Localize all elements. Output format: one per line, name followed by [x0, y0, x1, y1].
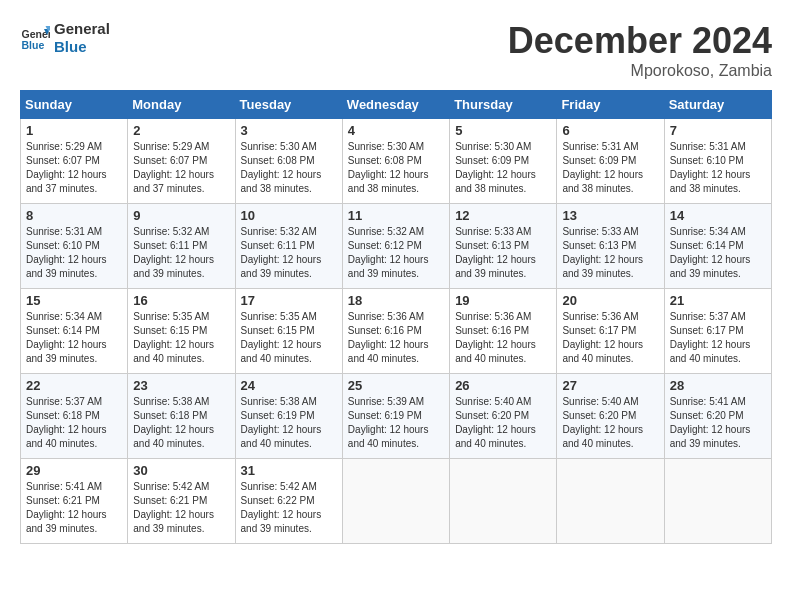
day-number: 8	[26, 208, 122, 223]
calendar-week-row: 29 Sunrise: 5:41 AMSunset: 6:21 PMDaylig…	[21, 459, 772, 544]
day-info: Sunrise: 5:38 AMSunset: 6:18 PMDaylight:…	[133, 395, 229, 451]
logo-icon: General Blue	[20, 23, 50, 53]
calendar-cell: 23 Sunrise: 5:38 AMSunset: 6:18 PMDaylig…	[128, 374, 235, 459]
calendar-cell: 3 Sunrise: 5:30 AMSunset: 6:08 PMDayligh…	[235, 119, 342, 204]
day-number: 26	[455, 378, 551, 393]
calendar-cell: 1 Sunrise: 5:29 AMSunset: 6:07 PMDayligh…	[21, 119, 128, 204]
day-number: 6	[562, 123, 658, 138]
calendar-cell: 8 Sunrise: 5:31 AMSunset: 6:10 PMDayligh…	[21, 204, 128, 289]
day-info: Sunrise: 5:41 AMSunset: 6:20 PMDaylight:…	[670, 395, 766, 451]
calendar-cell: 4 Sunrise: 5:30 AMSunset: 6:08 PMDayligh…	[342, 119, 449, 204]
col-header-sunday: Sunday	[21, 91, 128, 119]
calendar-cell: 13 Sunrise: 5:33 AMSunset: 6:13 PMDaylig…	[557, 204, 664, 289]
day-number: 30	[133, 463, 229, 478]
calendar-week-row: 1 Sunrise: 5:29 AMSunset: 6:07 PMDayligh…	[21, 119, 772, 204]
calendar-cell: 27 Sunrise: 5:40 AMSunset: 6:20 PMDaylig…	[557, 374, 664, 459]
day-number: 24	[241, 378, 337, 393]
calendar-cell: 28 Sunrise: 5:41 AMSunset: 6:20 PMDaylig…	[664, 374, 771, 459]
day-info: Sunrise: 5:33 AMSunset: 6:13 PMDaylight:…	[455, 225, 551, 281]
day-info: Sunrise: 5:36 AMSunset: 6:16 PMDaylight:…	[348, 310, 444, 366]
day-number: 10	[241, 208, 337, 223]
calendar-cell: 24 Sunrise: 5:38 AMSunset: 6:19 PMDaylig…	[235, 374, 342, 459]
logo: General Blue General Blue	[20, 20, 110, 56]
calendar-cell: 17 Sunrise: 5:35 AMSunset: 6:15 PMDaylig…	[235, 289, 342, 374]
day-info: Sunrise: 5:35 AMSunset: 6:15 PMDaylight:…	[133, 310, 229, 366]
calendar-cell: 6 Sunrise: 5:31 AMSunset: 6:09 PMDayligh…	[557, 119, 664, 204]
svg-text:Blue: Blue	[22, 39, 45, 51]
day-info: Sunrise: 5:32 AMSunset: 6:11 PMDaylight:…	[133, 225, 229, 281]
calendar-cell: 18 Sunrise: 5:36 AMSunset: 6:16 PMDaylig…	[342, 289, 449, 374]
calendar-cell: 5 Sunrise: 5:30 AMSunset: 6:09 PMDayligh…	[450, 119, 557, 204]
day-number: 22	[26, 378, 122, 393]
calendar-cell: 21 Sunrise: 5:37 AMSunset: 6:17 PMDaylig…	[664, 289, 771, 374]
calendar-cell: 20 Sunrise: 5:36 AMSunset: 6:17 PMDaylig…	[557, 289, 664, 374]
day-number: 11	[348, 208, 444, 223]
calendar-cell: 22 Sunrise: 5:37 AMSunset: 6:18 PMDaylig…	[21, 374, 128, 459]
calendar-cell: 31 Sunrise: 5:42 AMSunset: 6:22 PMDaylig…	[235, 459, 342, 544]
calendar-cell: 12 Sunrise: 5:33 AMSunset: 6:13 PMDaylig…	[450, 204, 557, 289]
calendar-cell	[664, 459, 771, 544]
logo-blue: Blue	[54, 38, 110, 56]
day-info: Sunrise: 5:39 AMSunset: 6:19 PMDaylight:…	[348, 395, 444, 451]
col-header-saturday: Saturday	[664, 91, 771, 119]
day-number: 5	[455, 123, 551, 138]
calendar-cell: 14 Sunrise: 5:34 AMSunset: 6:14 PMDaylig…	[664, 204, 771, 289]
calendar-table: SundayMondayTuesdayWednesdayThursdayFrid…	[20, 90, 772, 544]
day-number: 19	[455, 293, 551, 308]
day-info: Sunrise: 5:37 AMSunset: 6:17 PMDaylight:…	[670, 310, 766, 366]
day-number: 18	[348, 293, 444, 308]
day-info: Sunrise: 5:33 AMSunset: 6:13 PMDaylight:…	[562, 225, 658, 281]
day-number: 7	[670, 123, 766, 138]
day-number: 31	[241, 463, 337, 478]
day-number: 14	[670, 208, 766, 223]
calendar-cell: 2 Sunrise: 5:29 AMSunset: 6:07 PMDayligh…	[128, 119, 235, 204]
day-info: Sunrise: 5:30 AMSunset: 6:08 PMDaylight:…	[241, 140, 337, 196]
location: Mporokoso, Zambia	[508, 62, 772, 80]
calendar-header-row: SundayMondayTuesdayWednesdayThursdayFrid…	[21, 91, 772, 119]
day-number: 13	[562, 208, 658, 223]
day-info: Sunrise: 5:42 AMSunset: 6:21 PMDaylight:…	[133, 480, 229, 536]
day-info: Sunrise: 5:32 AMSunset: 6:11 PMDaylight:…	[241, 225, 337, 281]
day-number: 2	[133, 123, 229, 138]
day-info: Sunrise: 5:31 AMSunset: 6:10 PMDaylight:…	[26, 225, 122, 281]
day-info: Sunrise: 5:40 AMSunset: 6:20 PMDaylight:…	[455, 395, 551, 451]
col-header-tuesday: Tuesday	[235, 91, 342, 119]
day-number: 16	[133, 293, 229, 308]
day-number: 1	[26, 123, 122, 138]
day-info: Sunrise: 5:29 AMSunset: 6:07 PMDaylight:…	[26, 140, 122, 196]
day-number: 12	[455, 208, 551, 223]
day-info: Sunrise: 5:36 AMSunset: 6:16 PMDaylight:…	[455, 310, 551, 366]
calendar-cell: 10 Sunrise: 5:32 AMSunset: 6:11 PMDaylig…	[235, 204, 342, 289]
day-number: 4	[348, 123, 444, 138]
day-number: 27	[562, 378, 658, 393]
calendar-cell	[557, 459, 664, 544]
day-info: Sunrise: 5:37 AMSunset: 6:18 PMDaylight:…	[26, 395, 122, 451]
calendar-cell: 15 Sunrise: 5:34 AMSunset: 6:14 PMDaylig…	[21, 289, 128, 374]
calendar-cell: 25 Sunrise: 5:39 AMSunset: 6:19 PMDaylig…	[342, 374, 449, 459]
calendar-cell: 16 Sunrise: 5:35 AMSunset: 6:15 PMDaylig…	[128, 289, 235, 374]
calendar-cell: 19 Sunrise: 5:36 AMSunset: 6:16 PMDaylig…	[450, 289, 557, 374]
page-header: General Blue General Blue December 2024 …	[20, 20, 772, 80]
day-info: Sunrise: 5:34 AMSunset: 6:14 PMDaylight:…	[26, 310, 122, 366]
day-number: 25	[348, 378, 444, 393]
day-info: Sunrise: 5:30 AMSunset: 6:08 PMDaylight:…	[348, 140, 444, 196]
day-number: 15	[26, 293, 122, 308]
day-info: Sunrise: 5:38 AMSunset: 6:19 PMDaylight:…	[241, 395, 337, 451]
col-header-thursday: Thursday	[450, 91, 557, 119]
calendar-cell	[450, 459, 557, 544]
title-area: December 2024 Mporokoso, Zambia	[508, 20, 772, 80]
calendar-week-row: 8 Sunrise: 5:31 AMSunset: 6:10 PMDayligh…	[21, 204, 772, 289]
day-info: Sunrise: 5:31 AMSunset: 6:10 PMDaylight:…	[670, 140, 766, 196]
day-info: Sunrise: 5:29 AMSunset: 6:07 PMDaylight:…	[133, 140, 229, 196]
day-number: 21	[670, 293, 766, 308]
calendar-cell: 11 Sunrise: 5:32 AMSunset: 6:12 PMDaylig…	[342, 204, 449, 289]
calendar-cell: 7 Sunrise: 5:31 AMSunset: 6:10 PMDayligh…	[664, 119, 771, 204]
col-header-monday: Monday	[128, 91, 235, 119]
day-info: Sunrise: 5:40 AMSunset: 6:20 PMDaylight:…	[562, 395, 658, 451]
day-info: Sunrise: 5:32 AMSunset: 6:12 PMDaylight:…	[348, 225, 444, 281]
day-info: Sunrise: 5:31 AMSunset: 6:09 PMDaylight:…	[562, 140, 658, 196]
day-number: 3	[241, 123, 337, 138]
day-info: Sunrise: 5:30 AMSunset: 6:09 PMDaylight:…	[455, 140, 551, 196]
day-number: 17	[241, 293, 337, 308]
day-number: 9	[133, 208, 229, 223]
